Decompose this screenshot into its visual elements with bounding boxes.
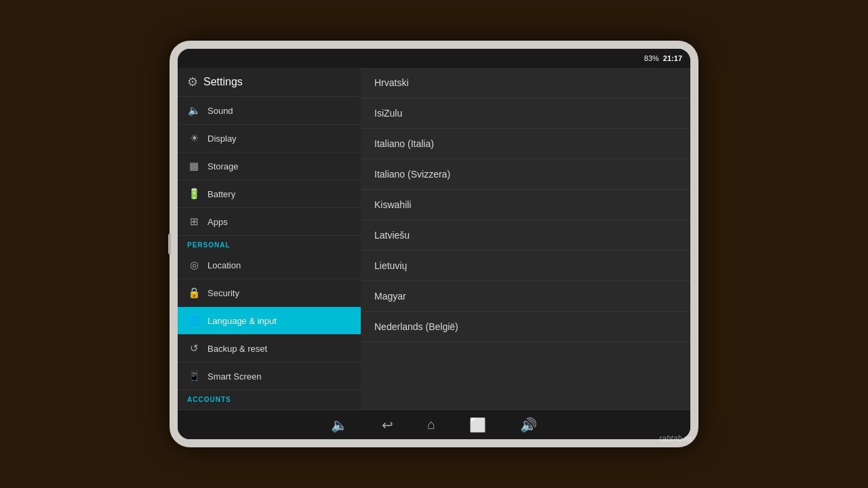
lang-name-italiano-italia: Italiano (Italia) <box>374 138 434 149</box>
lang-name-magyar: Magyar <box>374 291 406 302</box>
lang-name-hrvatski: Hrvatski <box>374 77 409 88</box>
language-icon: 🌐 <box>187 314 201 327</box>
main-content: ⚙ Settings 🔈 Sound ☀ Display ▦ Storage <box>178 68 690 409</box>
lang-name-lietuviu: Lietuvių <box>374 260 407 271</box>
nav-volume-up-icon[interactable]: 🔊 <box>520 417 537 433</box>
sidebar-label-smart-screen: Smart Screen <box>208 371 261 382</box>
settings-header: ⚙ Settings <box>178 68 361 97</box>
lang-item-italiano-italia[interactable]: Italiano (Italia) <box>361 129 690 159</box>
sidebar-label-display: Display <box>208 134 237 144</box>
smart-screen-icon: 📱 <box>187 370 201 382</box>
sound-icon: 🔈 <box>187 104 201 117</box>
settings-title: Settings <box>203 76 243 88</box>
sidebar-label-language: Language & input <box>208 316 277 326</box>
storage-icon: ▦ <box>187 160 201 172</box>
side-button <box>168 234 171 254</box>
lang-name-nederlands-belgie: Nederlands (België) <box>374 321 458 332</box>
sidebar-item-security[interactable]: 🔒 Security <box>178 279 361 307</box>
status-bar: 83% 21:17 <box>178 49 690 68</box>
nav-back-icon[interactable]: ↩ <box>382 417 393 433</box>
sidebar-item-battery[interactable]: 🔋 Battery <box>178 180 361 208</box>
sidebar-item-backup[interactable]: ↺ Backup & reset <box>178 335 361 363</box>
lang-item-latviesu[interactable]: Latviešu <box>361 220 690 251</box>
section-accounts: ACCOUNTS <box>178 390 361 406</box>
lang-item-lietuviu[interactable]: Lietuvių <box>361 251 690 281</box>
sidebar-label-sound: Sound <box>208 106 233 116</box>
lang-item-kiswahili[interactable]: Kiswahili <box>361 190 690 220</box>
lang-item-hrvatski[interactable]: Hrvatski <box>361 68 690 98</box>
nav-recents-icon[interactable]: ⬜ <box>469 417 486 433</box>
sidebar-item-storage[interactable]: ▦ Storage <box>178 152 361 180</box>
sidebar-label-backup: Backup & reset <box>208 344 267 354</box>
lang-name-latviesu: Latviešu <box>374 230 410 241</box>
sidebar-label-security: Security <box>208 288 239 298</box>
tablet-screen: 83% 21:17 ⚙ Settings 🔈 Sound ☀ Displa <box>178 49 690 439</box>
sidebar-label-apps: Apps <box>208 217 228 227</box>
location-icon: ◎ <box>187 259 201 271</box>
sidebar-label-battery: Battery <box>208 189 235 199</box>
lang-name-isizulu: IsiZulu <box>374 108 402 119</box>
nav-home-icon[interactable]: ⌂ <box>427 417 435 432</box>
watermark: rabtab.ru <box>659 434 692 443</box>
sidebar-label-location: Location <box>208 260 241 270</box>
security-icon: 🔒 <box>187 287 201 299</box>
backup-icon: ↺ <box>187 342 201 354</box>
time-status: 21:17 <box>663 54 682 62</box>
apps-icon: ⊞ <box>187 216 201 228</box>
sidebar: ⚙ Settings 🔈 Sound ☀ Display ▦ Storage <box>178 68 361 409</box>
lang-item-magyar[interactable]: Magyar <box>361 281 690 312</box>
battery-icon: 🔋 <box>187 188 201 200</box>
sidebar-item-language[interactable]: 🌐 Language & input <box>178 307 361 335</box>
sidebar-item-sound[interactable]: 🔈 Sound <box>178 97 361 125</box>
lang-name-kiswahili: Kiswahili <box>374 199 411 210</box>
sidebar-item-location[interactable]: ◎ Location <box>178 251 361 279</box>
display-icon: ☀ <box>187 132 201 144</box>
settings-gear-icon: ⚙ <box>187 75 198 89</box>
lang-item-nederlands-belgie[interactable]: Nederlands (België) <box>361 312 690 342</box>
tablet-frame: 83% 21:17 ⚙ Settings 🔈 Sound ☀ Displa <box>170 41 698 447</box>
nav-volume-down-icon[interactable]: 🔈 <box>331 417 348 433</box>
section-personal: PERSONAL <box>178 236 361 251</box>
sidebar-item-apps[interactable]: ⊞ Apps <box>178 208 361 236</box>
sidebar-item-smart-screen[interactable]: 📱 Smart Screen <box>178 363 361 390</box>
lang-item-italiano-svizzera[interactable]: Italiano (Svizzera) <box>361 159 690 190</box>
lang-item-isizulu[interactable]: IsiZulu <box>361 98 690 129</box>
nav-bar: 🔈 ↩ ⌂ ⬜ 🔊 <box>178 409 690 439</box>
language-panel: Hrvatski IsiZulu Italiano (Italia) Itali… <box>361 68 690 409</box>
sidebar-item-display[interactable]: ☀ Display <box>178 125 361 152</box>
lang-name-italiano-svizzera: Italiano (Svizzera) <box>374 169 450 180</box>
battery-status: 83% <box>644 54 659 62</box>
sidebar-label-storage: Storage <box>208 161 239 171</box>
